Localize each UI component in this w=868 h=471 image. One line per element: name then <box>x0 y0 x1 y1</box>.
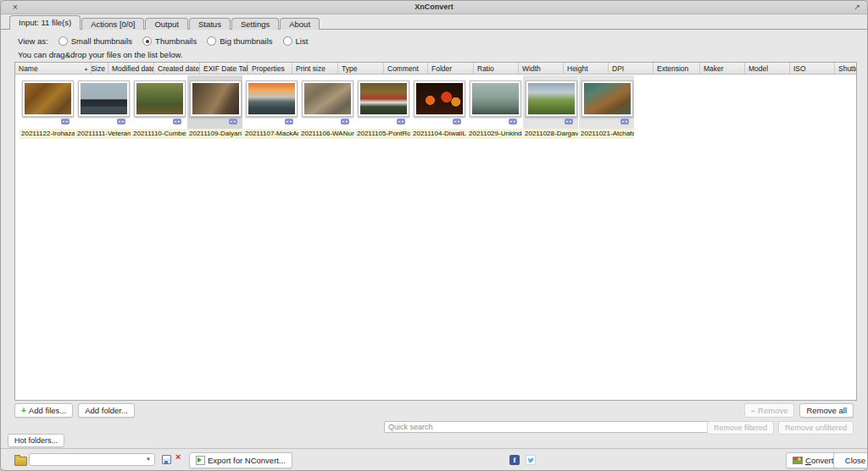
radio-list[interactable]: List <box>283 36 309 46</box>
column-header-maker[interactable]: Maker <box>700 63 745 74</box>
column-label: Folder <box>431 64 452 74</box>
add-folder-button[interactable]: Add folder... <box>78 403 135 418</box>
close-button[interactable]: Close <box>833 452 868 468</box>
preset-combobox[interactable]: ▼ <box>29 453 155 466</box>
file-item[interactable]: 20211107-MackArc... <box>243 75 298 139</box>
column-header-comment[interactable]: Comment <box>384 63 428 74</box>
thumbnail-frame <box>470 80 521 117</box>
save-icon[interactable] <box>162 455 171 464</box>
tab-actions-0-0[interactable]: Actions [0/0] <box>81 18 144 30</box>
column-header-width[interactable]: Width <box>519 63 564 74</box>
thumbnail-image <box>472 83 519 114</box>
file-item[interactable]: 20211109-DalyanT... <box>187 75 242 139</box>
table-header-row: Name▲SizeModified dateCreated dateEXIF D… <box>15 63 856 75</box>
thumbnail-frame <box>581 80 633 117</box>
remove-button[interactable]: − Remove <box>744 403 795 418</box>
file-name-label: 20211029-Unkindn... <box>467 129 522 139</box>
thumbnail-image <box>528 83 575 114</box>
column-header-properties[interactable]: Properties <box>248 63 292 74</box>
column-header-iso[interactable]: ISO <box>790 63 835 74</box>
file-item[interactable]: 20211028-Dargavs... <box>523 75 578 139</box>
close-window-icon[interactable]: × <box>13 1 18 14</box>
column-header-model[interactable]: Model <box>745 63 790 74</box>
remove-all-button[interactable]: Remove all <box>799 403 854 418</box>
column-label: EXIF Date Taken <box>203 64 248 74</box>
file-item[interactable]: 20211021-Atchafal... <box>579 75 634 139</box>
add-files-button[interactable]: + Add files... <box>14 403 73 418</box>
thumbnail-image <box>416 83 463 114</box>
format-badge-icon <box>61 119 70 125</box>
thumbnail-image <box>25 83 71 114</box>
radio-small-thumbnails[interactable]: Small thumbnails <box>58 36 132 46</box>
file-item[interactable]: 20211104-DiwaliLi... <box>411 75 466 139</box>
column-header-print-size[interactable]: Print size <box>292 63 338 74</box>
column-header-created-date[interactable]: Created date <box>154 63 200 74</box>
file-name-label: 20211104-DiwaliLi... <box>411 129 466 139</box>
thumbnail-image <box>584 83 631 114</box>
column-label: DPI <box>612 64 624 74</box>
folder-icon[interactable] <box>14 457 27 466</box>
file-item[interactable]: 20211122-Irohazak... <box>19 75 75 139</box>
tab-input-11-file-s[interactable]: Input: 11 file(s) <box>9 15 81 30</box>
column-label: Model <box>748 64 768 74</box>
file-item[interactable]: 20211029-Unkindn... <box>467 75 522 139</box>
column-header-ratio[interactable]: Ratio <box>474 63 519 74</box>
tab-output[interactable]: Output <box>145 18 188 30</box>
column-header-name[interactable]: Name▲ <box>15 63 92 74</box>
delete-icon[interactable]: × <box>175 452 181 462</box>
thumbnail-image <box>304 83 351 114</box>
thumbnail-frame <box>246 80 298 117</box>
tab-about[interactable]: About <box>280 18 320 30</box>
remove-filtered-button[interactable]: Remove filtered <box>707 421 774 435</box>
remove-unfiltered-button[interactable]: Remove unfiltered <box>778 421 854 435</box>
file-list[interactable]: Name▲SizeModified dateCreated dateEXIF D… <box>14 62 857 401</box>
column-header-exif-date-taken[interactable]: EXIF Date Taken <box>200 63 248 74</box>
thumbnail-image <box>136 83 183 114</box>
twitter-icon[interactable] <box>526 455 536 465</box>
radio-label: List <box>296 36 309 46</box>
format-badge-icon <box>229 119 237 125</box>
radio-big-thumbnails[interactable]: Big thumbnails <box>207 36 272 46</box>
column-header-folder[interactable]: Folder <box>428 63 474 74</box>
convert-button[interactable]: Convert <box>786 452 840 468</box>
chevron-down-icon: ▼ <box>146 457 151 462</box>
tab-settings[interactable]: Settings <box>231 18 279 30</box>
column-header-size[interactable]: Size <box>92 63 108 74</box>
column-label: Type <box>342 64 357 74</box>
export-nconvert-button[interactable]: Export for NConvert... <box>189 452 292 468</box>
facebook-icon[interactable]: f <box>509 455 520 465</box>
thumbnail-frame <box>190 80 242 117</box>
format-badge-icon <box>565 119 573 125</box>
radio-label: Thumbnails <box>155 36 197 46</box>
file-item[interactable]: 20211106-WANum... <box>299 75 354 139</box>
file-item[interactable]: 20211110-Cumberl... <box>131 75 186 139</box>
add-folder-label: Add folder... <box>85 406 128 415</box>
file-name-label: 20211110-Cumberl... <box>131 129 186 139</box>
thumbnail-row: 20211122-Irohazak...20211111-Veterans...… <box>15 75 856 139</box>
column-header-modified-date[interactable]: Modified date <box>108 63 154 74</box>
view-as-label: View as: <box>18 36 48 46</box>
file-item[interactable]: 20211105-PontRou... <box>355 75 410 139</box>
thumbnail-frame <box>302 80 353 117</box>
hot-folders-label: Hot folders... <box>14 436 58 445</box>
format-badge-icon <box>453 119 461 125</box>
radio-circle-icon <box>207 36 216 46</box>
column-label: Ratio <box>477 64 494 74</box>
column-label: Shutter <box>838 64 857 74</box>
radio-thumbnails[interactable]: Thumbnails <box>142 36 197 46</box>
format-badge-icon <box>397 119 405 125</box>
thumbnail-frame <box>78 80 130 117</box>
file-item[interactable]: 20211111-Veterans... <box>75 75 131 139</box>
close-label: Close <box>845 456 865 465</box>
expand-window-icon[interactable]: ↗ <box>854 1 860 14</box>
tab-status[interactable]: Status <box>189 18 231 30</box>
quick-search-input[interactable] <box>384 421 755 433</box>
file-name-label: 20211122-Irohazak... <box>19 129 75 139</box>
column-header-height[interactable]: Height <box>564 63 609 74</box>
column-header-dpi[interactable]: DPI <box>609 63 654 74</box>
hot-folders-button[interactable]: Hot folders... <box>8 434 64 447</box>
column-header-shutter[interactable]: Shutter <box>835 63 857 74</box>
column-header-type[interactable]: Type <box>338 63 384 74</box>
thumbnail-image <box>81 83 127 114</box>
column-header-extension[interactable]: Extension <box>654 63 700 74</box>
